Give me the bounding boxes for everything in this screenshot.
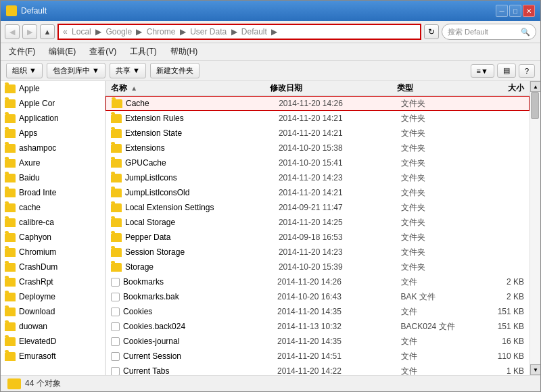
file-name: Current Session xyxy=(123,351,277,361)
help-button[interactable]: ? xyxy=(519,64,535,78)
back-button[interactable]: ◀ xyxy=(5,24,20,39)
column-type[interactable]: 类型 xyxy=(397,82,473,94)
folder-icon xyxy=(111,263,122,272)
file-modified: 2014-11-20 14:21 xyxy=(279,128,402,138)
sidebar-item[interactable]: calibre-ca xyxy=(1,215,105,230)
sidebar-item[interactable]: Application xyxy=(1,111,105,126)
file-explorer-window: Default ─ □ ✕ ◀ ▶ ▲ « Local ▶ Google ▶ C… xyxy=(0,0,541,392)
sidebar-item-label: Chromium xyxy=(19,247,56,257)
sidebar-item[interactable]: Broad Inte xyxy=(1,185,105,200)
file-type: 文件夹 xyxy=(401,232,475,243)
forward-button[interactable]: ▶ xyxy=(22,24,37,39)
table-row[interactable]: Current Session2014-11-20 14:51文件110 KB xyxy=(105,349,530,364)
sidebar-item[interactable]: Baidu xyxy=(1,170,105,185)
sidebar-item[interactable]: Download xyxy=(1,304,105,319)
sidebar-item[interactable]: CrashDum xyxy=(1,260,105,274)
up-button[interactable]: ▲ xyxy=(40,24,55,39)
search-box[interactable]: 搜索 Default 🔍 xyxy=(442,24,536,40)
table-row[interactable]: Extension Rules2014-11-20 14:21文件夹 xyxy=(105,111,530,126)
sidebar-item[interactable]: cache xyxy=(1,200,105,215)
file-type: 文件夹 xyxy=(401,128,475,139)
minimize-button[interactable]: ─ xyxy=(496,5,508,17)
search-placeholder: 搜索 Default xyxy=(448,27,488,37)
file-name: Extensions xyxy=(125,143,279,153)
table-row[interactable]: Storage2014-10-20 15:39文件夹 xyxy=(105,260,530,274)
scroll-thumb[interactable] xyxy=(531,92,539,119)
table-row[interactable]: Extension State2014-11-20 14:21文件夹 xyxy=(105,126,530,141)
folder-icon xyxy=(5,84,16,93)
scrollbar[interactable]: ▲ ▼ xyxy=(530,81,540,375)
sidebar-item-label: CrashDum xyxy=(19,262,57,272)
file-modified: 2014-10-20 16:43 xyxy=(277,292,400,301)
preview-button[interactable]: ▤ xyxy=(497,64,516,78)
sidebar-item[interactable]: Emurasoft xyxy=(1,349,105,364)
table-row[interactable]: Bookmarks2014-11-20 14:26文件2 KB xyxy=(105,274,530,289)
file-size: 110 KB xyxy=(475,351,524,361)
sidebar-item[interactable]: Axure xyxy=(1,155,105,170)
menu-tools[interactable]: 工具(T) xyxy=(127,45,159,59)
include-library-button[interactable]: 包含到库中 ▼ xyxy=(47,63,105,78)
menu-edit[interactable]: 编辑(E) xyxy=(46,45,78,59)
column-modified[interactable]: 修改日期 xyxy=(270,82,397,94)
file-modified: 2014-11-20 14:23 xyxy=(279,247,402,257)
address-path: « Local ▶ Google ▶ Chrome ▶ User Data ▶ … xyxy=(63,27,277,36)
sidebar-item[interactable]: Apple xyxy=(1,81,105,96)
sidebar-item[interactable]: Apple Cor xyxy=(1,96,105,111)
table-row[interactable]: Local Extension Settings2014-09-21 11:47… xyxy=(105,200,530,215)
folder-icon xyxy=(111,159,122,168)
folder-icon xyxy=(111,203,122,212)
share-button[interactable]: 共享 ▼ xyxy=(110,63,146,78)
table-row[interactable]: JumpListIcons2014-11-20 14:23文件夹 xyxy=(105,170,530,185)
folder-icon xyxy=(5,159,16,168)
table-row[interactable]: Extensions2014-10-20 15:38文件夹 xyxy=(105,141,530,155)
file-modified: 2014-11-20 14:25 xyxy=(279,218,402,227)
toolbar: 组织 ▼ 包含到库中 ▼ 共享 ▼ 新建文件夹 ≡▼ ▤ ? xyxy=(1,61,540,81)
table-row[interactable]: Bookmarks.bak2014-10-20 16:43BAK 文件2 KB xyxy=(105,289,530,304)
scroll-track[interactable] xyxy=(530,92,540,364)
table-row[interactable]: Pepper Data2014-09-18 16:53文件夹 xyxy=(105,230,530,245)
search-icon: 🔍 xyxy=(521,28,530,36)
sidebar-item[interactable]: duowan xyxy=(1,319,105,334)
file-name: Bookmarks.bak xyxy=(123,292,277,301)
table-row[interactable]: Local Storage2014-11-20 14:25文件夹 xyxy=(105,215,530,230)
column-name[interactable]: 名称 ▲ xyxy=(111,82,270,94)
folder-icon xyxy=(5,144,16,153)
sidebar-item[interactable]: Caphyon xyxy=(1,230,105,245)
menu-view[interactable]: 查看(V) xyxy=(87,45,119,59)
menu-file[interactable]: 文件(F) xyxy=(6,45,38,59)
folder-icon xyxy=(5,248,16,257)
new-folder-button[interactable]: 新建文件夹 xyxy=(150,63,199,78)
address-bar-area: ◀ ▶ ▲ « Local ▶ Google ▶ Chrome ▶ User D… xyxy=(1,21,540,43)
table-row[interactable]: Cookies-journal2014-11-20 14:35文件16 KB xyxy=(105,334,530,349)
sidebar-item[interactable]: Deployme xyxy=(1,289,105,304)
sidebar: AppleApple CorApplicationAppsashampocAxu… xyxy=(1,81,105,375)
column-size[interactable]: 大小 xyxy=(473,82,524,94)
file-icon xyxy=(111,367,120,376)
table-row[interactable]: Current Tabs2014-11-20 14:22文件1 KB xyxy=(105,364,530,375)
scroll-up-button[interactable]: ▲ xyxy=(530,81,540,92)
sidebar-item[interactable]: CrashRpt xyxy=(1,274,105,289)
close-button[interactable]: ✕ xyxy=(523,5,535,17)
scroll-down-button[interactable]: ▼ xyxy=(530,364,540,375)
table-row[interactable]: Cache2014-11-20 14:26文件夹 xyxy=(105,96,530,111)
view-button[interactable]: ≡▼ xyxy=(471,64,494,78)
table-row[interactable]: Session Storage2014-11-20 14:23文件夹 xyxy=(105,245,530,260)
sidebar-item[interactable]: Apps xyxy=(1,126,105,141)
sidebar-item[interactable]: ashampoc xyxy=(1,141,105,155)
table-row[interactable]: JumpListIconsOld2014-11-20 14:21文件夹 xyxy=(105,185,530,200)
organize-button[interactable]: 组织 ▼ xyxy=(6,63,43,78)
sidebar-item[interactable]: ElevatedD xyxy=(1,334,105,349)
file-type: 文件夹 xyxy=(401,98,475,109)
sidebar-item[interactable]: Chromium xyxy=(1,245,105,260)
file-size: 151 KB xyxy=(475,322,524,331)
file-name: Cookies-journal xyxy=(123,337,277,346)
address-bar[interactable]: « Local ▶ Google ▶ Chrome ▶ User Data ▶ … xyxy=(57,24,421,40)
file-name: Cookies.back024 xyxy=(123,322,277,331)
table-row[interactable]: Cookies.back0242014-11-13 10:32BACK024 文… xyxy=(105,319,530,334)
table-row[interactable]: Cookies2014-11-20 14:35文件151 KB xyxy=(105,304,530,319)
file-type: 文件夹 xyxy=(401,113,475,124)
maximize-button[interactable]: □ xyxy=(509,5,521,17)
table-row[interactable]: GPUCache2014-10-20 15:41文件夹 xyxy=(105,155,530,170)
refresh-button[interactable]: ↻ xyxy=(424,24,439,39)
menu-help[interactable]: 帮助(H) xyxy=(168,45,201,59)
